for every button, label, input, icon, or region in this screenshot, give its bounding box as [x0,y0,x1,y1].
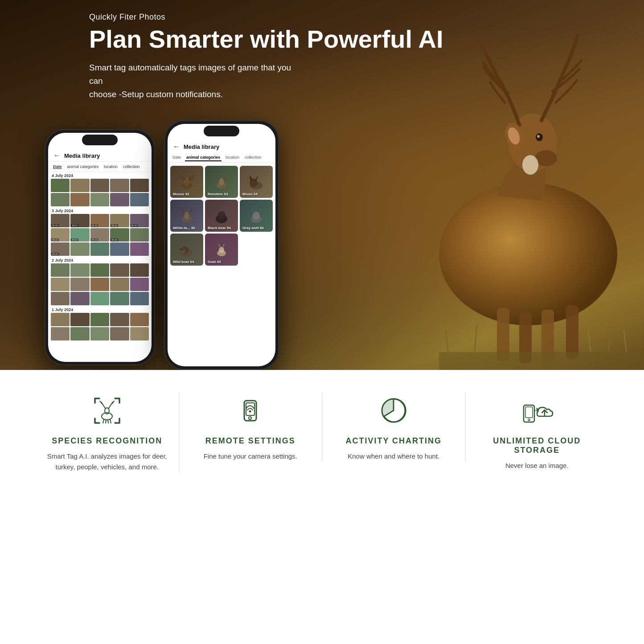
thumb-item[interactable] [70,193,89,206]
date-1-july: 1 July 2024 [48,306,152,313]
thumb-item[interactable] [51,327,70,340]
back-arrow-2[interactable]: ← [173,143,180,151]
thumb-item[interactable] [130,179,149,192]
thumb-item[interactable]: 00:10 [51,214,70,227]
tab-collection[interactable]: collection [122,164,141,170]
svg-point-46 [249,410,251,412]
svg-line-13 [446,330,448,352]
thumb-item[interactable] [110,327,129,340]
hero-title: Plan Smarter with Powerful AI [89,25,644,53]
species-recognition-icon [89,393,125,428]
thumb-item[interactable]: 00:10 [51,242,70,256]
thumb-item[interactable] [70,242,89,256]
animal-card-graywolf[interactable]: Gray wolf 86 [240,200,273,232]
remote-title: REMOTE SETTINGS [205,436,295,446]
whitetail-label: White-ta... 36 [173,226,195,230]
thumb-item[interactable] [110,313,129,326]
thumb-item[interactable] [51,292,70,305]
activity-charting-icon [376,393,411,428]
svg-point-53 [528,419,530,421]
feature-cloud: UNLIMITED CLOUD STORAGE Never lose an im… [466,393,609,471]
thumb-item[interactable] [110,193,129,206]
thumb-item[interactable] [51,278,70,291]
tab-date[interactable]: Date [52,164,63,170]
thumb-item[interactable]: 00:10 [110,214,129,227]
thumb-item[interactable] [90,292,109,305]
thumb-item[interactable]: 00:20 [110,228,129,242]
thumb-item[interactable] [90,278,109,291]
thumb-item[interactable]: 00:10 [70,214,89,227]
thumb-item[interactable] [90,179,109,192]
animal-card-wildboar[interactable]: Wild boar 64 [170,234,203,266]
thumb-item[interactable] [130,193,149,206]
thumb-item[interactable] [110,179,129,192]
thumb-item[interactable] [130,313,149,326]
thumb-item[interactable]: 00:10 [90,214,109,227]
animal-grid: Moose 42 Reindeer 63 [168,163,275,268]
thumb-grid-3july: 00:10 00:10 00:10 00:10 00:10 00:10 00:3… [48,214,152,257]
back-arrow-1[interactable]: ← [53,152,61,160]
animal-card-reindeer[interactable]: Reindeer 63 [205,166,238,198]
thumb-item[interactable] [70,278,89,291]
thumb-item[interactable] [51,179,70,192]
thumb-item[interactable] [110,278,129,291]
thumb-item[interactable]: 00:10 [130,214,149,227]
svg-point-28 [217,211,226,219]
svg-rect-7 [566,305,578,359]
tab2-date[interactable]: Date [171,154,182,160]
thumb-item[interactable] [110,263,129,277]
thumb-item[interactable] [130,278,149,291]
phones-container: ← Media library Date animal categories l… [45,120,279,370]
animal-card-moose[interactable]: Moose 42 [170,166,203,198]
remote-desc: Fine tune your camera settings. [204,451,297,462]
svg-point-47 [249,417,251,419]
thumb-item[interactable] [110,242,129,256]
tab2-collection[interactable]: collection [243,154,263,160]
thumb-item[interactable]: 00:10 [51,228,70,242]
feature-species: SPECIES RECOGNITION Smart Tag A.I. analy… [36,393,179,472]
thumb-item[interactable] [51,193,70,206]
phone1-header: ← Media library [48,145,152,162]
thumb-item[interactable] [90,193,109,206]
thumb-item[interactable] [70,327,89,340]
tab-location[interactable]: location [103,164,119,170]
animal-card-blackbear[interactable]: Black bear 54 [205,200,238,232]
reindeer-label: Reindeer 63 [208,192,228,196]
thumb-item[interactable] [90,242,109,256]
thumb-item[interactable] [130,228,149,242]
hero-description: Smart tag automatically tags images of g… [89,61,303,102]
thumb-item[interactable] [130,263,149,277]
thumb-grid-2july [48,263,152,306]
thumb-item[interactable] [90,263,109,277]
tab2-location[interactable]: location [224,154,241,160]
phone1-tabs: Date animal categories location collecti… [48,162,152,172]
thumb-item[interactable] [110,292,129,305]
thumb-item[interactable] [90,327,109,340]
thumb-item[interactable] [130,242,149,256]
thumb-item[interactable] [70,179,89,192]
thumb-item[interactable] [70,263,89,277]
svg-line-16 [588,330,591,352]
tab-animal-cat[interactable]: animal categories [66,164,100,170]
animal-card-bison[interactable]: Bison 24 [240,166,273,198]
thumb-item[interactable] [70,313,89,326]
phone-screen-2: ← Media library Date animal categories l… [168,124,275,366]
activity-title: ACTIVITY CHARTING [345,436,442,446]
thumb-item[interactable] [51,263,70,277]
thumb-item[interactable]: 00:10 [90,228,109,242]
animal-card-goat[interactable]: Goat 43 [205,234,238,266]
bison-label: Bison 24 [242,192,257,196]
activity-desc: Know when and where to hunt. [348,451,439,462]
thumb-item[interactable]: 00:32 [70,228,89,242]
features-section: SPECIES RECOGNITION Smart Tag A.I. analy… [0,370,644,495]
thumb-item[interactable] [130,292,149,305]
moose-label: Moose 42 [173,192,189,196]
date-2-july: 2 July 2024 [48,257,152,263]
phone2-header: ← Media library [168,136,275,152]
animal-card-whitetail[interactable]: White-ta... 36 [170,200,203,232]
thumb-item[interactable] [130,327,149,340]
tab2-animals[interactable]: animal categories [185,154,222,161]
thumb-item[interactable] [90,313,109,326]
thumb-item[interactable] [70,292,89,305]
thumb-item[interactable] [51,313,70,326]
